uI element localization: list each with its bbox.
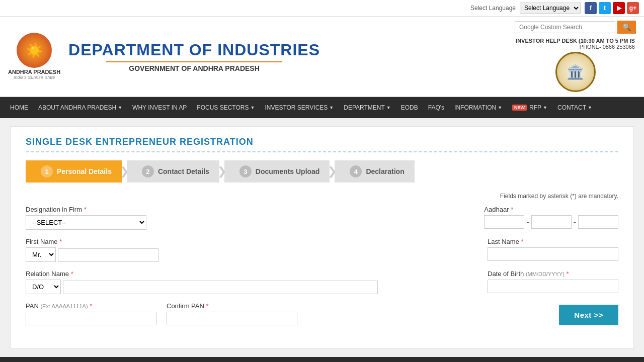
designation-select[interactable]: --SELECT-- Proprietor Partner Director C…: [26, 215, 146, 230]
aadhaar-part3[interactable]: [578, 215, 618, 229]
aadhaar-part2[interactable]: [531, 215, 572, 229]
next-btn-container: Next >>: [559, 305, 618, 325]
state-emblem: 🏛️: [555, 52, 596, 92]
chevron-down-icon: ▼: [498, 105, 502, 110]
designation-group: Designation in Firm * --SELECT-- Proprie…: [26, 206, 146, 230]
chevron-down-icon: ▼: [386, 105, 391, 110]
dob-input[interactable]: [488, 280, 618, 293]
dob-hint: (MM/DD/YYYY): [526, 271, 565, 277]
nav-why-invest[interactable]: WHY INVEST IN AP: [127, 97, 192, 118]
step-arrow-1: ❯: [120, 165, 129, 178]
chevron-down-icon: ▼: [250, 105, 255, 110]
form-row-2: First Name * Mr. Mrs. Ms. Dr. Last Name: [26, 238, 618, 262]
stepper: 1 Personal Details ❯ 2 Contact Details ❯…: [26, 160, 618, 183]
next-button[interactable]: Next >>: [559, 305, 618, 325]
relation-select[interactable]: D/O S/O W/O: [26, 280, 61, 294]
relation-input[interactable]: [63, 281, 378, 294]
pan-hint: (Ex: AAAAA1111A): [40, 303, 88, 309]
nav-about[interactable]: ABOUT ANDHRA PRADESH ▼: [33, 97, 127, 118]
relation-group: Relation Name * D/O S/O W/O: [26, 270, 378, 294]
confirm-pan-input[interactable]: [167, 312, 297, 325]
logo-emblem: ☀️: [17, 33, 52, 68]
form-row-3: Relation Name * D/O S/O W/O Date of Birt…: [26, 270, 618, 294]
firstname-input[interactable]: [58, 248, 158, 262]
header-center: DEPARTMENT OF INDUSTRIES GOVERNMENT OF A…: [68, 41, 320, 72]
select-lang-label: Select Language: [470, 5, 516, 12]
step-1-num: 1: [41, 165, 53, 177]
nav-home[interactable]: HOME: [5, 97, 33, 118]
nav-department[interactable]: DEPARTMENT ▼: [339, 97, 395, 118]
nav-faqs[interactable]: FAQ's: [423, 97, 449, 118]
new-badge: NEW: [512, 105, 527, 111]
dob-label: Date of Birth (MM/DD/YYYY) *: [488, 270, 618, 278]
search-button[interactable]: 🔍: [617, 21, 636, 34]
nav-contact[interactable]: CONTACT ▼: [552, 97, 597, 118]
step-3-label: Documents Upload: [256, 167, 320, 175]
step-arrow-3: ❯: [328, 165, 337, 178]
title-select[interactable]: Mr. Mrs. Ms. Dr.: [26, 247, 56, 262]
footer: Copyright © 2016 Department of Industrie…: [0, 357, 644, 362]
nav-rfp[interactable]: NEW RFP ▼: [507, 97, 552, 118]
aadhaar-label: Aadhaar *: [484, 206, 618, 213]
pan-group: PAN (Ex: AAAAA1111A) *: [26, 302, 156, 325]
youtube-icon[interactable]: ▶: [613, 2, 625, 14]
chevron-down-icon: ▼: [329, 105, 334, 110]
step-declaration[interactable]: 4 Declaration: [335, 160, 414, 183]
navbar: HOME ABOUT ANDHRA PRADESH ▼ WHY INVEST I…: [0, 97, 644, 118]
chevron-down-icon: ▼: [543, 105, 547, 110]
form-row-4: PAN (Ex: AAAAA1111A) * Confirm PAN * Nex…: [26, 302, 618, 325]
chevron-down-icon: ▼: [118, 105, 122, 110]
social-icons: f t ▶ g+: [585, 2, 639, 14]
registration-form: Designation in Firm * --SELECT-- Proprie…: [26, 206, 618, 325]
search-row: 🔍: [515, 21, 636, 34]
nav-eodb[interactable]: EODB: [396, 97, 423, 118]
confirm-pan-group: Confirm PAN *: [167, 302, 297, 325]
step-3-num: 3: [239, 165, 252, 177]
step-arrow-2: ❯: [217, 165, 226, 178]
header-right: 🔍 INVESTOR HELP DESK (10:30 AM TO 5 PM I…: [515, 21, 636, 92]
top-bar: Select Language Select Language f t ▶ g+: [0, 0, 644, 17]
step-documents-upload[interactable]: 3 Documents Upload: [224, 160, 330, 183]
step-4-num: 4: [350, 165, 362, 177]
twitter-icon[interactable]: t: [599, 2, 611, 14]
step-contact-details[interactable]: 2 Contact Details: [127, 160, 219, 183]
designation-label: Designation in Firm *: [26, 206, 146, 213]
facebook-icon[interactable]: f: [585, 2, 597, 14]
dob-group: Date of Birth (MM/DD/YYYY) *: [488, 270, 618, 293]
pan-label: PAN (Ex: AAAAA1111A) *: [26, 302, 156, 310]
govt-title: GOVERNMENT OF ANDHRA PRADESH: [68, 64, 320, 72]
search-input[interactable]: [515, 21, 615, 33]
nav-focus-sectors[interactable]: FOCUS SECTORS ▼: [192, 97, 260, 118]
step-4-label: Declaration: [366, 167, 404, 175]
main-content: SINGLE DESK ENTREPRENEUR REGISTRATION 1 …: [10, 126, 634, 349]
lastname-input[interactable]: [488, 247, 618, 261]
dept-title: DEPARTMENT OF INDUSTRIES: [68, 41, 320, 59]
firstname-group: First Name * Mr. Mrs. Ms. Dr.: [26, 238, 158, 262]
aadhaar-separator-2: -: [574, 218, 576, 227]
logo-text: ANDHRA PRADESH India's Sunrise State: [8, 69, 60, 80]
aadhaar-part1[interactable]: [484, 215, 524, 229]
lastname-group: Last Name *: [488, 238, 618, 261]
aadhaar-group: Aadhaar * - -: [484, 206, 618, 229]
googleplus-icon[interactable]: g+: [627, 2, 639, 14]
header: ☀️ ANDHRA PRADESH India's Sunrise State …: [0, 17, 644, 97]
chevron-down-icon: ▼: [588, 105, 592, 110]
step-2-num: 2: [142, 165, 154, 177]
mandatory-note: Fields marked by asterisk (*) are mandat…: [26, 193, 618, 200]
page-title: SINGLE DESK ENTREPRENEUR REGISTRATION: [26, 137, 618, 152]
firstname-label: First Name *: [26, 238, 158, 245]
pan-input[interactable]: [26, 312, 156, 325]
language-select[interactable]: Select Language: [520, 3, 581, 14]
firstname-row: Mr. Mrs. Ms. Dr.: [26, 247, 158, 262]
confirm-pan-label: Confirm PAN *: [167, 302, 297, 310]
divider: [106, 61, 282, 62]
aadhaar-separator-1: -: [526, 218, 529, 227]
form-row-1: Designation in Firm * --SELECT-- Proprie…: [26, 206, 618, 230]
investor-desk-info: INVESTOR HELP DESK (10:30 AM TO 5 PM IS …: [516, 38, 635, 50]
step-personal-details[interactable]: 1 Personal Details: [26, 160, 122, 183]
nav-investor-services[interactable]: INVESTOR SERVICES ▼: [260, 97, 339, 118]
nav-information[interactable]: INFORMATION ▼: [449, 97, 507, 118]
logo: ☀️ ANDHRA PRADESH India's Sunrise State: [8, 33, 60, 80]
lastname-label: Last Name *: [488, 238, 618, 245]
aadhaar-inputs: - -: [484, 215, 618, 229]
